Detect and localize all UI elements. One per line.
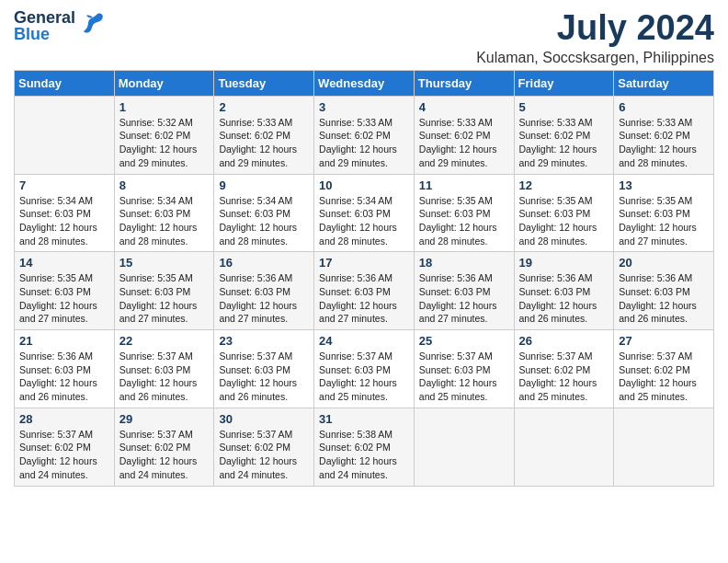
calendar-cell: 9Sunrise: 5:34 AM Sunset: 6:03 PM Daylig…: [214, 174, 314, 252]
day-number: 9: [219, 178, 309, 192]
day-number: 13: [619, 178, 709, 192]
day-info: Sunrise: 5:34 AM Sunset: 6:03 PM Dayligh…: [119, 194, 210, 248]
calendar-cell: 11Sunrise: 5:35 AM Sunset: 6:03 PM Dayli…: [414, 174, 514, 252]
day-number: 18: [419, 256, 509, 270]
calendar-cell: 4Sunrise: 5:33 AM Sunset: 6:02 PM Daylig…: [414, 96, 514, 174]
calendar-cell: 16Sunrise: 5:36 AM Sunset: 6:03 PM Dayli…: [214, 252, 314, 330]
day-info: Sunrise: 5:35 AM Sunset: 6:03 PM Dayligh…: [619, 194, 709, 248]
day-info: Sunrise: 5:37 AM Sunset: 6:02 PM Dayligh…: [19, 428, 109, 482]
day-info: Sunrise: 5:32 AM Sunset: 6:02 PM Dayligh…: [119, 116, 210, 170]
calendar-cell: 24Sunrise: 5:37 AM Sunset: 6:03 PM Dayli…: [314, 330, 415, 408]
logo-general-text: General: [14, 9, 75, 26]
day-number: 28: [19, 412, 109, 426]
calendar-title: July 2024: [476, 9, 714, 48]
day-info: Sunrise: 5:36 AM Sunset: 6:03 PM Dayligh…: [519, 271, 609, 326]
calendar-cell: 12Sunrise: 5:35 AM Sunset: 6:03 PM Dayli…: [514, 174, 614, 252]
day-number: 3: [319, 100, 409, 114]
calendar-cell: [414, 408, 514, 486]
logo-blue-text: Blue: [14, 26, 75, 42]
day-header-wednesday: Wednesday: [314, 70, 415, 96]
day-info: Sunrise: 5:37 AM Sunset: 6:03 PM Dayligh…: [119, 350, 210, 404]
day-number: 21: [19, 334, 109, 348]
day-number: 10: [319, 178, 409, 192]
day-number: 2: [219, 100, 309, 114]
calendar-cell: 18Sunrise: 5:36 AM Sunset: 6:03 PM Dayli…: [414, 252, 514, 330]
calendar-subtitle: Kulaman, Soccsksargen, Philippines: [476, 50, 714, 66]
day-header-tuesday: Tuesday: [214, 70, 314, 96]
day-info: Sunrise: 5:35 AM Sunset: 6:03 PM Dayligh…: [19, 271, 109, 326]
day-info: Sunrise: 5:33 AM Sunset: 6:02 PM Dayligh…: [619, 116, 709, 170]
day-number: 1: [119, 100, 210, 114]
day-info: Sunrise: 5:36 AM Sunset: 6:03 PM Dayligh…: [19, 350, 109, 404]
calendar-header-row: SundayMondayTuesdayWednesdayThursdayFrid…: [15, 70, 714, 96]
calendar-cell: 10Sunrise: 5:34 AM Sunset: 6:03 PM Dayli…: [314, 174, 415, 252]
day-info: Sunrise: 5:36 AM Sunset: 6:03 PM Dayligh…: [219, 271, 309, 326]
day-header-thursday: Thursday: [414, 70, 514, 96]
calendar-cell: [514, 408, 614, 486]
day-number: 8: [119, 178, 210, 192]
calendar-cell: [614, 408, 714, 486]
logo: General Blue: [14, 9, 107, 42]
day-number: 20: [619, 256, 709, 270]
day-number: 31: [319, 412, 409, 426]
calendar-cell: 20Sunrise: 5:36 AM Sunset: 6:03 PM Dayli…: [614, 252, 714, 330]
calendar-cell: 28Sunrise: 5:37 AM Sunset: 6:02 PM Dayli…: [15, 408, 115, 486]
calendar-cell: 27Sunrise: 5:37 AM Sunset: 6:02 PM Dayli…: [614, 330, 714, 408]
calendar-cell: 30Sunrise: 5:37 AM Sunset: 6:02 PM Dayli…: [214, 408, 314, 486]
day-number: 4: [419, 100, 509, 114]
day-number: 12: [519, 178, 609, 192]
day-info: Sunrise: 5:37 AM Sunset: 6:03 PM Dayligh…: [419, 350, 509, 404]
day-info: Sunrise: 5:34 AM Sunset: 6:03 PM Dayligh…: [319, 194, 409, 248]
day-number: 29: [119, 412, 210, 426]
day-number: 16: [219, 256, 309, 270]
calendar-cell: 29Sunrise: 5:37 AM Sunset: 6:02 PM Dayli…: [114, 408, 214, 486]
day-info: Sunrise: 5:37 AM Sunset: 6:02 PM Dayligh…: [619, 350, 709, 404]
day-number: 6: [619, 100, 709, 114]
day-info: Sunrise: 5:35 AM Sunset: 6:03 PM Dayligh…: [519, 194, 609, 248]
calendar-cell: 14Sunrise: 5:35 AM Sunset: 6:03 PM Dayli…: [15, 252, 115, 330]
calendar-week-row: 7Sunrise: 5:34 AM Sunset: 6:03 PM Daylig…: [15, 174, 714, 252]
calendar-week-row: 21Sunrise: 5:36 AM Sunset: 6:03 PM Dayli…: [15, 330, 714, 408]
day-header-saturday: Saturday: [614, 70, 714, 96]
calendar-cell: 19Sunrise: 5:36 AM Sunset: 6:03 PM Dayli…: [514, 252, 614, 330]
title-block: July 2024 Kulaman, Soccsksargen, Philipp…: [476, 9, 714, 66]
calendar-cell: [15, 96, 115, 174]
calendar-cell: 3Sunrise: 5:33 AM Sunset: 6:02 PM Daylig…: [314, 96, 415, 174]
calendar-week-row: 28Sunrise: 5:37 AM Sunset: 6:02 PM Dayli…: [15, 408, 714, 486]
calendar-cell: 22Sunrise: 5:37 AM Sunset: 6:03 PM Dayli…: [114, 330, 214, 408]
calendar-cell: 1Sunrise: 5:32 AM Sunset: 6:02 PM Daylig…: [114, 96, 214, 174]
calendar-cell: 23Sunrise: 5:37 AM Sunset: 6:03 PM Dayli…: [214, 330, 314, 408]
day-number: 14: [19, 256, 109, 270]
calendar-week-row: 14Sunrise: 5:35 AM Sunset: 6:03 PM Dayli…: [15, 252, 714, 330]
calendar-cell: 15Sunrise: 5:35 AM Sunset: 6:03 PM Dayli…: [114, 252, 214, 330]
day-number: 24: [319, 334, 409, 348]
calendar-cell: 31Sunrise: 5:38 AM Sunset: 6:02 PM Dayli…: [314, 408, 415, 486]
calendar-cell: 5Sunrise: 5:33 AM Sunset: 6:02 PM Daylig…: [514, 96, 614, 174]
day-info: Sunrise: 5:37 AM Sunset: 6:02 PM Dayligh…: [119, 428, 210, 482]
day-info: Sunrise: 5:33 AM Sunset: 6:02 PM Dayligh…: [419, 116, 509, 170]
day-number: 25: [419, 334, 509, 348]
day-number: 22: [119, 334, 210, 348]
calendar-table: SundayMondayTuesdayWednesdayThursdayFrid…: [14, 70, 714, 487]
day-info: Sunrise: 5:33 AM Sunset: 6:02 PM Dayligh…: [519, 116, 609, 170]
calendar-cell: 8Sunrise: 5:34 AM Sunset: 6:03 PM Daylig…: [114, 174, 214, 252]
calendar-cell: 7Sunrise: 5:34 AM Sunset: 6:03 PM Daylig…: [15, 174, 115, 252]
logo-bird-icon: [79, 9, 107, 42]
day-number: 27: [619, 334, 709, 348]
day-info: Sunrise: 5:35 AM Sunset: 6:03 PM Dayligh…: [119, 271, 210, 326]
day-number: 15: [119, 256, 210, 270]
day-info: Sunrise: 5:37 AM Sunset: 6:03 PM Dayligh…: [219, 350, 309, 404]
day-info: Sunrise: 5:38 AM Sunset: 6:02 PM Dayligh…: [319, 428, 409, 482]
day-info: Sunrise: 5:35 AM Sunset: 6:03 PM Dayligh…: [419, 194, 509, 248]
day-number: 26: [519, 334, 609, 348]
day-number: 11: [419, 178, 509, 192]
calendar-cell: 6Sunrise: 5:33 AM Sunset: 6:02 PM Daylig…: [614, 96, 714, 174]
day-info: Sunrise: 5:36 AM Sunset: 6:03 PM Dayligh…: [619, 271, 709, 326]
day-info: Sunrise: 5:33 AM Sunset: 6:02 PM Dayligh…: [319, 116, 409, 170]
day-info: Sunrise: 5:33 AM Sunset: 6:02 PM Dayligh…: [219, 116, 309, 170]
day-info: Sunrise: 5:36 AM Sunset: 6:03 PM Dayligh…: [419, 271, 509, 326]
calendar-cell: 17Sunrise: 5:36 AM Sunset: 6:03 PM Dayli…: [314, 252, 415, 330]
day-info: Sunrise: 5:34 AM Sunset: 6:03 PM Dayligh…: [19, 194, 109, 248]
day-number: 19: [519, 256, 609, 270]
calendar-cell: 2Sunrise: 5:33 AM Sunset: 6:02 PM Daylig…: [214, 96, 314, 174]
